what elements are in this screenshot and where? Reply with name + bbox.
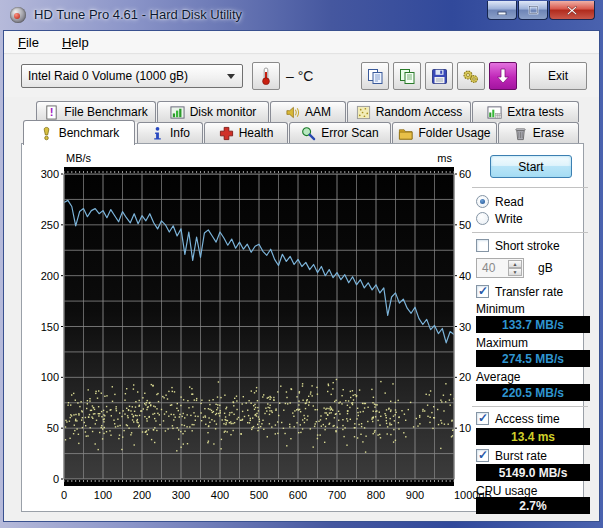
checkbox-icon [476,239,489,252]
aam-icon [285,105,300,120]
svg-text:MB/s: MB/s [66,152,92,164]
burst-rate-value: 5149.0 MB/s [476,464,590,481]
maximum-label: Maximum [476,336,528,350]
svg-text:800: 800 [367,489,385,501]
checkbox-icon [476,449,489,462]
start-button[interactable]: Start [490,155,572,178]
temperature-value: – °C [286,68,313,84]
svg-text:600: 600 [289,489,307,501]
divider [472,187,588,188]
tab-disk-monitor[interactable]: Disk monitor [157,101,269,122]
cpu-usage-label: CPU usage [476,484,537,498]
minimum-value: 133.7 MB/s [476,316,590,333]
info-icon [150,126,165,141]
save-icon [431,68,448,85]
access-time-value: 13.4 ms [476,428,590,445]
maximum-value: 274.5 MB/s [476,350,590,367]
svg-text:900: 900 [406,489,424,501]
extra-tests-icon [487,105,502,120]
svg-text:0: 0 [61,489,67,501]
toolbar: Intel Raid 0 Volume (1000 gB) – °C [4,55,599,97]
tab-extra-tests[interactable]: Extra tests [472,101,579,122]
svg-text:40: 40 [459,270,471,282]
tab-error-scan[interactable]: Error Scan [289,122,391,143]
menu-help[interactable]: Help [53,32,98,53]
short-stroke-spinner[interactable]: 40 ▲ ▼ [476,258,524,278]
menu-file[interactable]: File [9,32,48,53]
tab-folder-usage[interactable]: Folder Usage [392,122,497,143]
benchmark-chart: 300250200150100500605040302010MB/sms0100… [22,144,492,504]
cpu-usage-value: 2.7% [476,497,590,514]
window-title: HD Tune Pro 4.61 - Hard Disk Utility [34,7,242,22]
file-benchmark-icon: ! [44,105,59,120]
average-label: Average [476,370,520,384]
chevron-down-icon [227,74,235,79]
tab-benchmark[interactable]: Benchmark [23,120,135,145]
controls-panel: Start Read Write Short stroke 40 [472,144,594,513]
divider [472,406,588,407]
menu-bar: File Help [4,31,599,54]
svg-text:60: 60 [459,168,471,180]
folder-usage-icon [398,126,413,141]
copy-icon [367,68,384,85]
svg-text:100: 100 [41,371,59,383]
access-time-checkbox[interactable]: Access time [476,411,560,426]
minimize-button[interactable] [487,1,517,20]
drive-selector[interactable]: Intel Raid 0 Volume (1000 gB) [21,64,243,88]
health-icon [219,126,234,141]
options-button[interactable] [457,62,485,90]
svg-text:200: 200 [133,489,151,501]
svg-text:50: 50 [459,219,471,231]
tab-random-access[interactable]: Random Access [347,101,471,122]
benchmark-icon [39,126,54,141]
title-bar[interactable]: HD Tune Pro 4.61 - Hard Disk Utility [0,0,603,30]
tab-health[interactable]: Health [204,122,288,143]
svg-text:0: 0 [53,473,59,485]
checkbox-icon [476,412,489,425]
short-stroke-checkbox[interactable]: Short stroke [476,238,560,253]
tab-aam[interactable]: AAM [270,101,346,122]
burst-rate-checkbox[interactable]: Burst rate [476,448,547,463]
maximize-button[interactable] [518,1,548,20]
minimum-label: Minimum [476,302,525,316]
checkbox-icon [476,285,489,298]
app-window: HD Tune Pro 4.61 - Hard Disk Utility Fil… [0,0,603,528]
tab-erase[interactable]: Erase [498,122,579,143]
svg-text:100: 100 [94,489,112,501]
client-area: File Help Intel Raid 0 Volume (1000 gB) … [3,30,600,522]
tab-strip: ! File Benchmark Disk monitor AAM Random… [4,97,599,143]
close-button[interactable] [549,1,595,20]
capture-button[interactable] [489,62,517,90]
disk-monitor-icon [170,105,185,120]
svg-text:10: 10 [459,422,471,434]
svg-text:400: 400 [211,489,229,501]
svg-text:300: 300 [172,489,190,501]
transfer-rate-checkbox[interactable]: Transfer rate [476,284,563,299]
benchmark-page: 300250200150100500605040302010MB/sms0100… [21,143,584,512]
tab-file-benchmark[interactable]: ! File Benchmark [36,101,156,122]
spinner-down-icon[interactable]: ▼ [508,268,522,276]
svg-text:200: 200 [41,270,59,282]
svg-text:!: ! [50,106,54,118]
svg-text:20: 20 [459,371,471,383]
copy-button[interactable] [361,62,389,90]
copy-image-button[interactable] [393,62,421,90]
svg-text:150: 150 [41,321,59,333]
capture-icon [496,68,510,84]
tab-info[interactable]: Info [137,122,203,143]
svg-text:250: 250 [41,219,59,231]
radio-icon [476,195,489,208]
read-radio[interactable]: Read [476,194,524,209]
write-radio[interactable]: Write [476,211,523,226]
svg-text:50: 50 [47,422,59,434]
temperature-button[interactable] [252,62,280,90]
short-stroke-unit: gB [538,261,553,275]
spinner-up-icon[interactable]: ▲ [508,260,522,268]
save-button[interactable] [425,62,453,90]
svg-text:30: 30 [459,321,471,333]
error-scan-icon [301,126,316,141]
average-value: 220.5 MB/s [476,384,590,401]
svg-text:700: 700 [328,489,346,501]
svg-text:500: 500 [250,489,268,501]
exit-button[interactable]: Exit [529,62,587,90]
